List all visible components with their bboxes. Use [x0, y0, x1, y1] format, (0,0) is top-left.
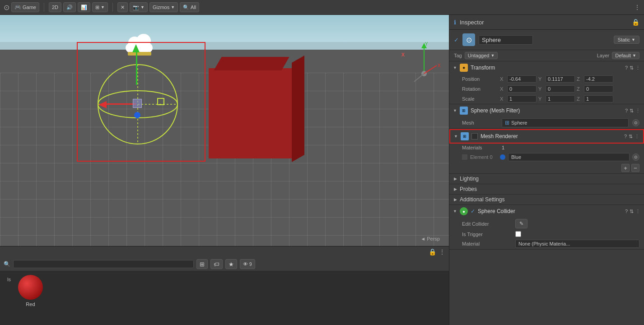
mesh-filter-settings-icon[interactable]: ⇅	[630, 108, 634, 114]
search-input-bottom[interactable]	[13, 260, 194, 268]
mesh-filter-section: ▼ ⊞ Sphere (Mesh Filter) ? ⇅ ⋮ Mesh ⊞ Sp…	[449, 104, 644, 129]
edit-collider-btn[interactable]: ✎	[515, 219, 527, 228]
tag-dropdown[interactable]: Untagged ▼	[465, 52, 498, 59]
scale-z-input[interactable]	[584, 95, 613, 102]
x-axis-label: X	[401, 52, 405, 57]
eye-icon: 👁	[243, 261, 248, 267]
stats-btn[interactable]: 📊	[78, 2, 90, 12]
probes-foldout-icon: ▶	[454, 187, 457, 191]
mesh-value-btn[interactable]: ⊞ Sphere	[502, 118, 629, 127]
element0-value-btn[interactable]: Blue	[508, 153, 630, 161]
main-area: Y X X ◄ Persp 🔒 ⋮ 🔍 ⊞	[0, 15, 644, 325]
pos-y-input[interactable]	[546, 75, 575, 83]
mesh-renderer-menu-icon[interactable]: ⋮	[635, 134, 639, 139]
mesh-filter-header[interactable]: ▼ ⊞ Sphere (Mesh Filter) ? ⇅ ⋮	[449, 104, 644, 117]
svg-text:X: X	[438, 63, 441, 68]
audio-btn[interactable]: 🔊	[63, 2, 76, 12]
ls-label: ls	[4, 275, 14, 284]
static-dropdown-icon: ▼	[631, 37, 635, 42]
mesh-filter-menu-icon[interactable]: ⋮	[635, 108, 640, 114]
static-label: Static	[618, 37, 630, 42]
inspector-lock-btn[interactable]: 🔒	[632, 19, 639, 26]
filter-btn[interactable]: ⊞	[196, 259, 208, 269]
material-value-btn[interactable]: None (Physic Materia...	[515, 240, 639, 248]
cube-object	[209, 68, 294, 158]
svg-line-8	[414, 74, 424, 82]
star-filter-btn[interactable]: ★	[225, 259, 237, 269]
pos-x-axis-label: X	[500, 76, 504, 82]
2d-button[interactable]: 2D	[49, 2, 61, 12]
tag-filter-btn[interactable]: 🏷	[210, 259, 223, 269]
lighting-header[interactable]: ▶ Lighting	[449, 174, 644, 184]
gizmo-center-dot	[134, 112, 140, 118]
rot-x-input[interactable]	[507, 85, 537, 93]
sphere-collider-menu-icon[interactable]: ⋮	[635, 209, 640, 214]
pos-z-input[interactable]	[584, 75, 613, 83]
scale-x-input[interactable]	[507, 95, 537, 102]
unity-logo-icon: ⊙	[4, 3, 9, 12]
more-bottom-icon[interactable]: ⋮	[439, 248, 445, 255]
is-trigger-checkbox[interactable]	[515, 231, 521, 237]
mesh-renderer-help-icon[interactable]: ?	[624, 134, 627, 139]
scale-y-input[interactable]	[546, 95, 575, 102]
mesh-renderer-title: Mesh Renderer	[481, 133, 621, 139]
pos-x-input[interactable]	[507, 75, 537, 83]
sphere-collider-header[interactable]: ▼ ● ✓ Sphere Collider ? ⇅ ⋮	[449, 205, 644, 218]
element0-select-btn[interactable]: ⊙	[632, 153, 639, 161]
asset-red[interactable]: Red	[18, 275, 43, 307]
probes-section: ▶ Probes	[449, 184, 644, 195]
gizmos-btn[interactable]: Gizmos ▼	[149, 2, 178, 12]
layers-btn[interactable]: ⊞ ▼	[92, 2, 108, 12]
navigation-gizmo: Y X	[406, 42, 442, 87]
view-btn[interactable]: 📷 ▼	[130, 2, 148, 12]
mesh-renderer-header[interactable]: ▼ ⊞ Mesh Renderer ? ⇅ ⋮	[449, 129, 644, 144]
active-checkmark[interactable]: ✓	[454, 37, 459, 43]
rot-z-input[interactable]	[584, 85, 613, 93]
mesh-select-btn[interactable]: ⊙	[632, 119, 639, 126]
transform-header[interactable]: ▼ ✦ Transform ? ⇅ ⋮	[449, 61, 644, 74]
scale-z-axis-label: Z	[577, 96, 581, 102]
mesh-renderer-checkbox[interactable]	[471, 133, 478, 139]
search-btn[interactable]: 🔍 All	[180, 2, 199, 12]
rot-y-input[interactable]	[546, 85, 575, 93]
static-dropdown-btn[interactable]: Static ▼	[614, 36, 639, 44]
mesh-filter-foldout-icon: ▼	[453, 108, 457, 113]
cloud-shape	[126, 37, 157, 56]
lock-icon[interactable]: 🔒	[429, 248, 436, 255]
tools-section: ✕ 📷 ▼ Gizmos ▼ 🔍 All	[117, 2, 199, 12]
tools-btn[interactable]: ✕	[117, 2, 128, 12]
search-bar-row: 🔍 ⊞ 🏷 ★ 👁 9	[0, 257, 449, 271]
visibility-btn[interactable]: 👁 9	[240, 259, 255, 269]
mesh-filter-help-icon[interactable]: ?	[625, 108, 628, 114]
sphere-collider-settings-icon[interactable]: ⇅	[630, 209, 634, 214]
additional-settings-foldout-icon: ▶	[454, 197, 457, 202]
remove-material-btn[interactable]: −	[631, 164, 639, 172]
mesh-filter-actions: ? ⇅ ⋮	[625, 108, 640, 114]
material-label: Material	[462, 241, 512, 246]
layers-icon: ⊞	[95, 5, 99, 10]
svg-line-9	[424, 65, 437, 74]
material-value-text: None (Physic Materia...	[518, 241, 570, 246]
gizmo-y-axis	[136, 51, 137, 85]
additional-settings-header[interactable]: ▶ Additional Settings	[449, 195, 644, 204]
sphere-collider-help-icon[interactable]: ?	[625, 209, 628, 214]
sphere-collider-title: Sphere Collider	[478, 208, 622, 214]
transform-help-icon[interactable]: ?	[625, 65, 628, 71]
more-options-btn[interactable]: ⋮	[634, 4, 640, 11]
probes-header[interactable]: ▶ Probes	[449, 184, 644, 194]
transform-actions: ? ⇅ ⋮	[625, 65, 640, 71]
transform-menu-icon[interactable]: ⋮	[635, 65, 640, 71]
sphere-collider-checkmark[interactable]: ✓	[471, 208, 475, 214]
transform-settings-icon[interactable]: ⇅	[630, 65, 634, 71]
game-tab-label: Game	[23, 5, 36, 10]
pos-y-axis-label: Y	[538, 76, 543, 82]
mesh-renderer-grid-icon: ⊞	[461, 132, 469, 140]
transform-foldout-icon: ▼	[453, 65, 457, 70]
object-name-input[interactable]	[479, 35, 533, 45]
mesh-renderer-settings-icon[interactable]: ⇅	[629, 134, 633, 139]
scale-x-axis-label: X	[500, 96, 504, 102]
game-tab[interactable]: 🎮 Game	[11, 2, 39, 12]
layer-label: Layer	[597, 53, 610, 58]
layer-dropdown[interactable]: Default ▼	[612, 52, 639, 59]
add-material-btn[interactable]: +	[621, 164, 630, 172]
